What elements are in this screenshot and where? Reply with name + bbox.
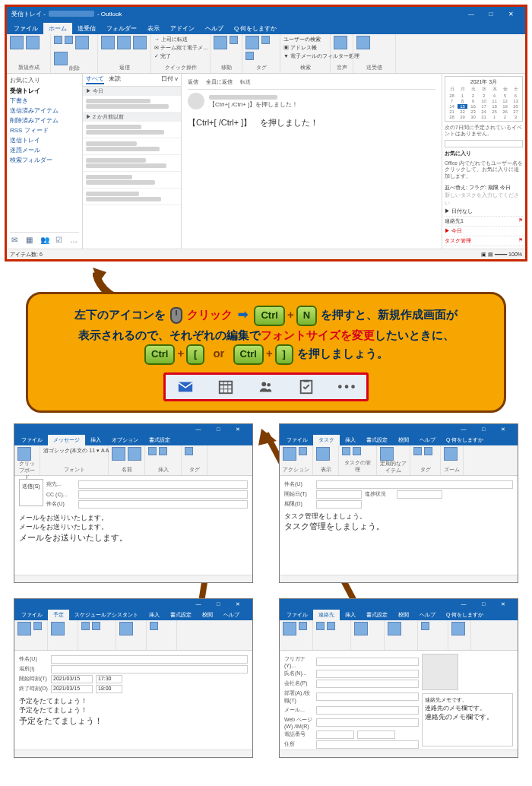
tab-help[interactable]: ヘルプ bbox=[218, 610, 245, 620]
tab-fmt[interactable]: 書式設定 bbox=[144, 435, 176, 445]
tab-rev[interactable]: 校閲 bbox=[393, 435, 414, 445]
list-item[interactable] bbox=[83, 122, 181, 138]
cat-icon[interactable] bbox=[261, 36, 270, 44]
c-furi[interactable] bbox=[316, 658, 419, 666]
tab-msg[interactable]: メッセージ bbox=[48, 435, 85, 445]
flag3-icon[interactable] bbox=[424, 447, 432, 455]
assign-icon[interactable] bbox=[353, 447, 361, 455]
send-button[interactable]: 送信(S) bbox=[19, 479, 43, 506]
sendrecv-icon[interactable] bbox=[356, 36, 370, 49]
cc-field[interactable] bbox=[78, 490, 248, 499]
archive-icon[interactable] bbox=[54, 52, 68, 65]
tab-tell[interactable]: Q 何をしますか bbox=[441, 435, 489, 445]
r-reply-all[interactable]: 全員に返信 bbox=[206, 78, 233, 86]
flag-icon[interactable] bbox=[245, 52, 254, 60]
att-icon[interactable] bbox=[148, 447, 157, 455]
task-due[interactable] bbox=[316, 500, 362, 509]
cc-lbl[interactable]: CC (C)... bbox=[46, 492, 75, 497]
contact-memo[interactable]: 連絡先メモです。 連絡先のメモ欄です。 連絡先のメモ欄です。 bbox=[422, 693, 513, 746]
min-button[interactable]: — bbox=[454, 426, 473, 432]
tab-help[interactable]: ヘルプ bbox=[200, 23, 229, 34]
tab-file[interactable]: ファイル bbox=[16, 435, 48, 445]
tab-rev[interactable]: 校閲 bbox=[197, 610, 218, 620]
big-task-icon[interactable] bbox=[298, 379, 315, 395]
mini-task-icon[interactable]: ☑ bbox=[55, 236, 62, 243]
tab-tell-me[interactable]: Q 何をしますか bbox=[229, 23, 282, 34]
tab-fmt[interactable]: 書式設定 bbox=[361, 610, 393, 620]
view-icons[interactable]: ▣ ▤ bbox=[481, 252, 493, 257]
todo-g2[interactable]: ▶ 今日 bbox=[445, 227, 462, 235]
nav-search[interactable]: 検索フォルダー bbox=[10, 155, 79, 165]
recur-icon[interactable] bbox=[380, 447, 394, 461]
mail2-icon[interactable] bbox=[354, 622, 368, 635]
close-button[interactable]: ✕ bbox=[493, 601, 513, 607]
show-icon[interactable] bbox=[81, 622, 90, 630]
max-button[interactable]: □ bbox=[208, 426, 228, 432]
tab-file[interactable]: ファイル bbox=[281, 610, 313, 620]
list-item[interactable] bbox=[83, 172, 181, 189]
zoom-icon[interactable] bbox=[444, 447, 458, 461]
gen-icon[interactable] bbox=[316, 622, 325, 630]
junk-icon[interactable] bbox=[65, 36, 73, 44]
task-body-edit[interactable]: タスク管理をしましょう。 タスク管理をしましょう。 bbox=[284, 512, 513, 534]
addr-icon[interactable] bbox=[112, 447, 125, 461]
done-icon[interactable] bbox=[342, 447, 350, 455]
recur2-icon[interactable] bbox=[119, 622, 133, 635]
qa2[interactable]: ✉ チーム宛て電子メ… bbox=[154, 44, 208, 52]
nav-drafts[interactable]: 下書き bbox=[10, 96, 79, 106]
nav-deleted[interactable]: 削除済みアイテム bbox=[10, 116, 79, 125]
tab-ins[interactable]: 挿入 bbox=[340, 435, 361, 445]
flag-icon[interactable]: ⚑ bbox=[518, 217, 523, 225]
del2-icon[interactable] bbox=[33, 622, 42, 630]
tab-addin[interactable]: アドイン bbox=[165, 23, 200, 34]
max-button[interactable]: □ bbox=[473, 601, 493, 607]
save2-icon[interactable] bbox=[17, 622, 31, 635]
list-tab-all[interactable]: すべて bbox=[86, 75, 104, 84]
tab-file[interactable]: ファイル bbox=[281, 435, 313, 445]
contact-photo[interactable] bbox=[422, 654, 458, 690]
cal-start-d[interactable]: 2021/03/15 bbox=[51, 675, 93, 683]
mail-body-edit[interactable]: メールをお送りいたします。 メールをお送りいたします。 メールをお送りいたします… bbox=[19, 513, 248, 544]
mini-people-icon[interactable]: 👥 bbox=[40, 236, 48, 243]
min-button[interactable]: — bbox=[461, 11, 481, 17]
list-item[interactable] bbox=[83, 96, 181, 113]
reply-icon[interactable] bbox=[101, 36, 115, 49]
save3-icon[interactable] bbox=[283, 622, 296, 635]
list-tab-unread[interactable]: 未読 bbox=[109, 75, 121, 84]
rules-icon[interactable] bbox=[230, 36, 238, 44]
save-icon[interactable] bbox=[283, 447, 296, 461]
c-comp[interactable] bbox=[316, 680, 419, 688]
mini-mail-icon[interactable]: ✉ bbox=[11, 236, 18, 243]
tab-sched[interactable]: スケジュールアシスタント bbox=[69, 610, 144, 620]
c-dept[interactable] bbox=[316, 693, 419, 701]
list-item[interactable] bbox=[83, 155, 181, 172]
chk-icon[interactable] bbox=[128, 447, 141, 461]
tab-view[interactable]: 表示 bbox=[142, 23, 165, 34]
tab-help[interactable]: ヘルプ bbox=[414, 610, 441, 620]
tab-sendrecv[interactable]: 送受信 bbox=[72, 23, 101, 34]
fav-header[interactable]: お気に入り bbox=[10, 76, 79, 84]
tab-ins[interactable]: 挿入 bbox=[340, 610, 361, 620]
list-sec-today[interactable]: ▶ 今日 bbox=[83, 87, 181, 96]
qa3[interactable]: ✓ 完了 bbox=[154, 52, 171, 60]
detail-icon[interactable] bbox=[316, 447, 330, 461]
det-icon[interactable] bbox=[327, 622, 335, 630]
qa1[interactable]: → 上司に転送 bbox=[154, 36, 188, 43]
list-sort[interactable]: 日付 v bbox=[161, 75, 178, 84]
big-mail-icon[interactable] bbox=[177, 379, 194, 395]
big-more-icon[interactable]: ••• bbox=[338, 379, 355, 395]
voice-icon[interactable] bbox=[334, 36, 347, 49]
user-search-box[interactable] bbox=[445, 140, 523, 147]
tab-contact[interactable]: 連絡先 bbox=[313, 610, 340, 620]
min-button[interactable]: — bbox=[454, 601, 473, 607]
todo-i1[interactable]: 連絡先1 bbox=[445, 217, 464, 225]
teams-icon[interactable] bbox=[51, 622, 65, 635]
cal-body-edit[interactable]: 予定をたてましょう！ 予定をたてましょう！ 予定をたてましょう！ bbox=[19, 696, 248, 727]
close-button[interactable]: ✕ bbox=[228, 601, 248, 607]
task-status[interactable] bbox=[397, 490, 442, 499]
c-tel2[interactable] bbox=[357, 731, 395, 739]
new-item-icon[interactable] bbox=[26, 36, 40, 49]
mini-more-icon[interactable]: … bbox=[70, 236, 78, 243]
tab-ins[interactable]: 挿入 bbox=[85, 435, 106, 445]
cal-subj[interactable] bbox=[51, 655, 248, 664]
